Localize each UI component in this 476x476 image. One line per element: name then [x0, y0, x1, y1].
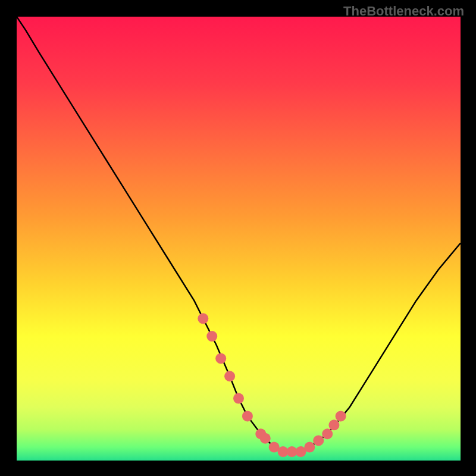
data-marker: [336, 411, 346, 421]
data-marker: [198, 313, 208, 324]
data-marker: [313, 435, 324, 446]
chart-plot-area: [17, 17, 461, 461]
chart-svg: [17, 17, 461, 461]
data-marker: [322, 428, 333, 439]
data-marker: [304, 442, 315, 453]
data-marker: [242, 411, 253, 421]
data-marker: [224, 371, 235, 381]
data-marker: [215, 353, 226, 364]
data-marker: [328, 419, 339, 430]
watermark-text: TheBottleneck.com: [343, 4, 464, 19]
data-marker: [206, 331, 217, 342]
data-marker: [233, 393, 244, 404]
data-marker: [260, 433, 271, 444]
